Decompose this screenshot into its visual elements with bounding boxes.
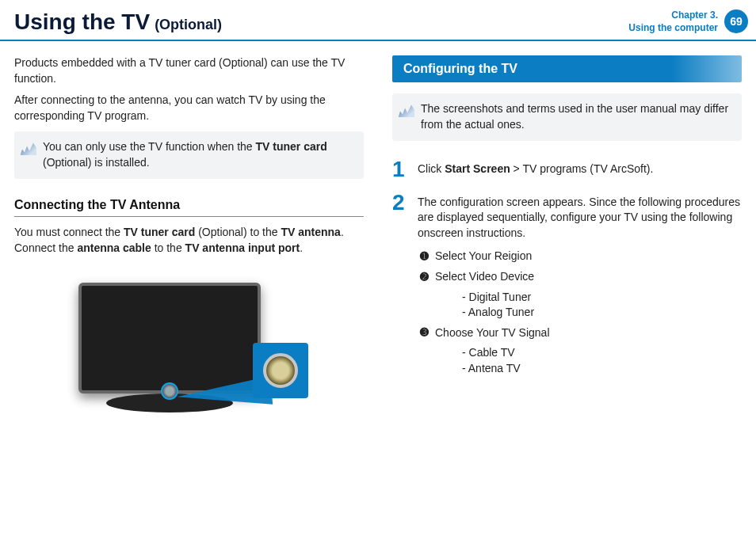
note-text-suffix: (Optional) is installed.: [43, 156, 150, 169]
circled-step-3-text: Choose Your TV Signal: [435, 325, 550, 341]
page-title-group: Using the TV (Optional): [14, 10, 222, 35]
circled-step-3-sub2: - Antena TV: [462, 361, 742, 377]
step1-text-b: Start Screen: [445, 162, 510, 175]
step-2-body: The configuration screen appears. Since …: [418, 192, 742, 241]
content-columns: Products embedded with a TV tuner card (…: [0, 41, 756, 431]
step-number-2: 2: [392, 192, 408, 241]
note-box-screenshots: The screenshots and terms used in the us…: [392, 93, 742, 140]
circled-step-1: ➊ Select Your Reigion: [418, 249, 742, 264]
chapter-line-1: Chapter 3.: [628, 10, 718, 22]
circled-step-3-sub1: - Cable TV: [462, 345, 742, 361]
step1-text-c: > TV programs (TV ArcSoft).: [510, 162, 654, 175]
page-header: Using the TV (Optional) Chapter 3. Using…: [0, 0, 756, 41]
antenna-text-b: TV tuner card: [124, 226, 195, 238]
step-number-1: 1: [392, 158, 408, 181]
chapter-label: Chapter 3. Using the computer: [628, 10, 718, 34]
circled-step-2: ➋ Select Video Device: [418, 269, 742, 285]
antenna-text-h: TV antenna input port: [185, 241, 300, 254]
page-number-badge: 69: [724, 10, 748, 33]
intro-paragraph-2: After connecting to the antenna, you can…: [14, 93, 364, 124]
circled-step-3: ➌ Choose Your TV Signal: [418, 325, 742, 341]
step-2: 2 The configuration screen appears. Sinc…: [392, 192, 742, 241]
circled-step-2-text: Select Video Device: [435, 269, 534, 285]
circled-number-2-icon: ➋: [418, 269, 430, 285]
right-column: Configuring the TV The screenshots and t…: [392, 55, 742, 417]
antenna-text-a: You must connect the: [14, 226, 124, 238]
step-1: 1 Click Start Screen > TV programs (TV A…: [392, 158, 742, 181]
section-banner-configuring: Configuring the TV: [392, 55, 742, 82]
header-right: Chapter 3. Using the computer 69: [628, 10, 748, 34]
circled-number-3-icon: ➌: [418, 325, 430, 341]
circled-step-2-sub1: - Digital Tuner: [462, 290, 742, 306]
product-image: [71, 275, 308, 417]
antenna-text-d: TV antenna: [281, 226, 340, 238]
antenna-text-c: (Optional) to the: [195, 226, 281, 238]
antenna-text-f: antenna cable: [77, 241, 151, 254]
chapter-line-2: Using the computer: [628, 22, 718, 35]
step-1-body: Click Start Screen > TV programs (TV Arc…: [418, 158, 742, 181]
antenna-port-zoom-icon: [253, 343, 308, 398]
antenna-paragraph: You must connect the TV tuner card (Opti…: [14, 225, 364, 256]
circled-steps-list: ➊ Select Your Reigion ➋ Select Video Dev…: [418, 249, 742, 376]
antenna-text-i: .: [300, 241, 303, 254]
page-title-suffix: (Optional): [155, 17, 222, 33]
circled-step-1-text: Select Your Reigion: [435, 249, 532, 264]
step1-text-a: Click: [418, 162, 445, 175]
antenna-text-g: to the: [151, 241, 185, 254]
note-box-tuner: You can only use the TV function when th…: [14, 131, 364, 178]
note-text-bold: TV tuner card: [256, 140, 327, 153]
note-screenshots-text: The screenshots and terms used in the us…: [421, 102, 728, 131]
left-column: Products embedded with a TV tuner card (…: [14, 55, 364, 417]
monitor-back-icon: [78, 283, 261, 393]
note-text-prefix: You can only use the TV function when th…: [43, 140, 256, 153]
intro-paragraph-1: Products embedded with a TV tuner card (…: [14, 55, 364, 86]
subheading-connecting-antenna: Connecting the TV Antenna: [14, 196, 364, 217]
page-title: Using the TV: [14, 10, 150, 35]
circled-number-1-icon: ➊: [418, 249, 430, 264]
circled-step-2-sub2: - Analog Tuner: [462, 305, 742, 321]
